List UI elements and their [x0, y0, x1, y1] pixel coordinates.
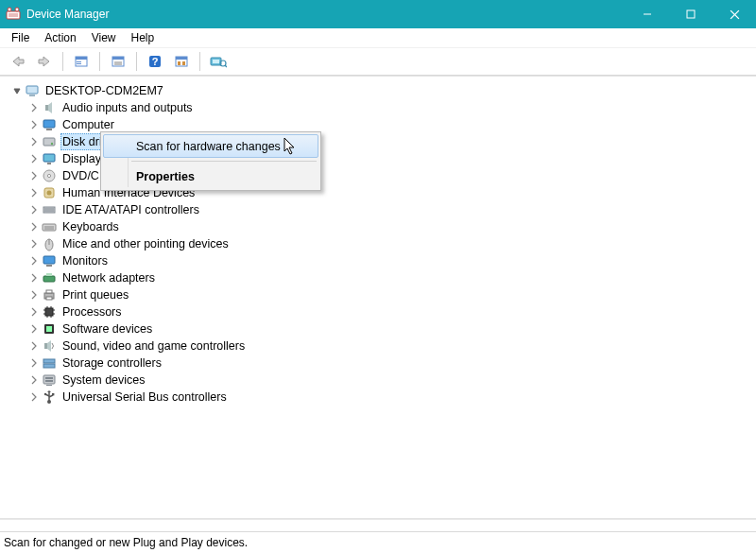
svg-point-36 [47, 174, 50, 177]
chevron-right-icon[interactable] [28, 204, 40, 216]
tree-item[interactable]: Network adapters [28, 269, 756, 286]
chevron-down-icon[interactable] [11, 85, 23, 96]
chevron-right-icon[interactable] [28, 102, 40, 113]
tree-item[interactable]: IDE ATA/ATAPI controllers [28, 201, 756, 218]
tree-item-label: Display [60, 150, 103, 167]
svg-rect-47 [43, 256, 55, 264]
chevron-right-icon[interactable] [28, 391, 40, 403]
svg-rect-10 [77, 61, 81, 62]
titlebar: Device Manager [0, 0, 756, 28]
svg-point-75 [44, 393, 46, 395]
show-hide-console-tree-button[interactable] [69, 50, 94, 73]
tree-item-label: Mice and other pointing devices [60, 235, 231, 252]
chevron-right-icon[interactable] [28, 153, 40, 164]
tree-item[interactable]: Print queues [28, 286, 756, 303]
svg-rect-69 [45, 377, 53, 379]
chevron-right-icon[interactable] [28, 323, 40, 335]
forward-button[interactable] [32, 50, 57, 73]
chevron-right-icon[interactable] [28, 340, 40, 352]
svg-point-32 [51, 143, 53, 145]
svg-rect-33 [43, 154, 55, 162]
tree-item[interactable]: Storage controllers [28, 354, 756, 372]
window-controls [626, 0, 756, 28]
tree-item-label: DVD/C [60, 167, 101, 184]
help-button[interactable]: ? [143, 50, 167, 73]
chevron-right-icon[interactable] [28, 306, 40, 318]
svg-rect-70 [45, 380, 53, 382]
tree-item-label: Audio inputs and outputs [60, 99, 195, 116]
svg-point-2 [8, 8, 11, 11]
usb-icon [42, 389, 57, 405]
properties-button[interactable] [106, 50, 130, 73]
svg-rect-77 [52, 393, 54, 395]
tree-item[interactable]: Keyboards [28, 218, 756, 235]
tree-item[interactable]: Processors [28, 303, 756, 320]
tree-item[interactable]: Monitors [28, 252, 756, 269]
context-menu-separator [131, 161, 317, 162]
tree-item[interactable]: Mice and other pointing devices [28, 235, 756, 252]
monitor-icon [42, 117, 57, 132]
device-tree-area: DESKTOP-CDM2EM7 Audio inputs and outputs… [0, 76, 756, 519]
scan-hardware-button[interactable] [206, 50, 231, 73]
svg-rect-48 [46, 265, 52, 267]
close-button[interactable] [713, 0, 756, 28]
chevron-right-icon[interactable] [28, 255, 40, 267]
svg-rect-39 [43, 207, 55, 213]
context-menu-scan-label: Scan for hardware changes [136, 140, 281, 153]
tree-item[interactable]: Universal Serial Bus controllers [28, 389, 756, 406]
menu-view[interactable]: View [84, 29, 124, 46]
system-icon [42, 372, 57, 388]
context-menu-properties[interactable]: Properties [103, 164, 318, 188]
svg-rect-52 [46, 290, 52, 293]
chevron-right-icon[interactable] [28, 357, 40, 369]
svg-rect-28 [45, 105, 48, 111]
mouse-icon [42, 236, 57, 251]
svg-rect-49 [43, 276, 55, 282]
maximize-button[interactable] [669, 0, 713, 28]
menubar: File Action View Help [0, 28, 756, 48]
svg-line-25 [225, 65, 227, 67]
context-menu-scan[interactable]: Scan for hardware changes [103, 134, 318, 158]
chevron-right-icon[interactable] [28, 187, 40, 199]
chevron-right-icon[interactable] [28, 289, 40, 301]
tree-item[interactable]: Sound, video and game controllers [28, 337, 756, 354]
chevron-right-icon[interactable] [28, 170, 40, 181]
tree-item[interactable]: System devices [28, 372, 756, 389]
action-button[interactable] [169, 50, 194, 73]
speaker-icon [42, 100, 57, 115]
tree-item-label: Disk dri [60, 133, 104, 150]
svg-rect-50 [46, 273, 52, 276]
svg-rect-29 [43, 120, 55, 128]
tree-item[interactable]: Audio inputs and outputs [28, 99, 756, 116]
tree-item-label: Network adapters [60, 269, 157, 286]
svg-rect-20 [178, 61, 180, 65]
minimize-button[interactable] [626, 0, 669, 28]
chevron-right-icon[interactable] [28, 136, 40, 147]
storage-icon [42, 355, 57, 371]
menu-help[interactable]: Help [124, 29, 163, 46]
software-icon [42, 321, 57, 337]
tree-root[interactable]: DESKTOP-CDM2EM7 [11, 82, 756, 99]
hid-icon [42, 185, 57, 200]
chevron-right-icon[interactable] [28, 119, 40, 130]
chevron-right-icon[interactable] [28, 221, 40, 233]
chevron-right-icon[interactable] [28, 238, 40, 250]
tree-item-label: IDE ATA/ATAPI controllers [60, 201, 201, 218]
tree-item-label: Monitors [60, 252, 110, 269]
status-text: Scan for changed or new Plug and Play de… [4, 536, 248, 549]
back-button[interactable] [6, 50, 30, 73]
app-icon [6, 7, 21, 22]
computer-icon [25, 83, 40, 98]
chevron-right-icon[interactable] [28, 374, 40, 386]
monitor-icon [42, 253, 57, 268]
menu-file[interactable]: File [4, 29, 37, 46]
status-spacer [0, 519, 756, 531]
menu-action[interactable]: Action [37, 29, 83, 46]
tree-item[interactable]: Software devices [28, 320, 756, 337]
chevron-right-icon[interactable] [28, 272, 40, 284]
dvd-icon [42, 168, 57, 183]
svg-rect-71 [46, 385, 52, 386]
svg-rect-31 [43, 138, 55, 146]
device-tree[interactable]: DESKTOP-CDM2EM7 Audio inputs and outputs… [0, 77, 756, 406]
disk-icon [42, 134, 57, 149]
